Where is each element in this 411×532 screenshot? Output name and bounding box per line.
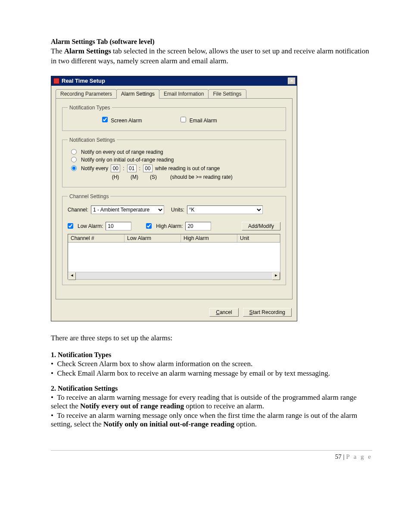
step1-bullet2-text: Check Email Alarm box to receive an alar… bbox=[57, 369, 330, 377]
radio-initial-reading-label: Notify only on initial out-of-range read… bbox=[81, 157, 174, 163]
checkbox-screen-alarm-label[interactable]: Screen Alarm bbox=[102, 117, 142, 124]
app-icon bbox=[53, 78, 59, 84]
interval-seconds-input[interactable] bbox=[143, 165, 153, 172]
start-rest: tart Recording bbox=[253, 309, 285, 315]
step2-bullet2: • To receive an alarm warning message on… bbox=[51, 411, 372, 429]
page-word: P a g e bbox=[346, 453, 372, 460]
step1-bullet1-text: Check Screen Alarm box to show alarm inf… bbox=[57, 360, 252, 368]
close-icon[interactable]: × bbox=[288, 78, 296, 84]
radio-initial-reading[interactable] bbox=[71, 157, 77, 162]
group-notification-types: Notification Types Screen Alarm Email Al… bbox=[62, 105, 286, 131]
page-number-value: 57 bbox=[335, 453, 342, 460]
checkbox-email-alarm-label[interactable]: Email Alarm bbox=[181, 117, 217, 124]
step1-bullet1: • Check Screen Alarm box to show alarm i… bbox=[51, 360, 372, 368]
low-alarm-label: Low Alarm: bbox=[78, 223, 103, 229]
intro-paragraph: The Alarm Settings tab selected in the s… bbox=[51, 47, 372, 66]
checkbox-low-alarm[interactable] bbox=[68, 223, 73, 229]
cancel-mnemonic: C bbox=[216, 309, 220, 315]
page-sep: | bbox=[342, 453, 346, 460]
step1-heading: 1. Notification Types bbox=[51, 351, 372, 359]
label-m: (M) bbox=[128, 174, 141, 180]
scroll-right-icon[interactable]: ► bbox=[272, 272, 280, 280]
radio-every-reading[interactable] bbox=[71, 149, 77, 155]
alarm-table: Channel # Low Alarm High Alarm Unit ◄ ► bbox=[68, 234, 280, 280]
checkbox-screen-alarm[interactable] bbox=[102, 117, 108, 122]
high-alarm-label: High Alarm: bbox=[156, 223, 183, 229]
channel-label: Channel: bbox=[68, 207, 88, 213]
s2p1b: Notify every out of range reading bbox=[80, 402, 184, 410]
start-mnemonic: S bbox=[249, 309, 253, 315]
legend-channel-settings: Channel Settings bbox=[68, 193, 110, 199]
tab-file-settings[interactable]: File Settings bbox=[208, 89, 246, 99]
col-high-alarm[interactable]: High Alarm bbox=[181, 234, 237, 242]
radio-interval-pre: Notify every bbox=[81, 165, 108, 171]
tab-strip: Recording Parameters Alarm Settings Emai… bbox=[56, 89, 293, 99]
page-number: 57 | P a g e bbox=[51, 453, 372, 460]
step2-bullet1: • To receive an alarm warning message fo… bbox=[51, 393, 372, 411]
alarm-table-header: Channel # Low Alarm High Alarm Unit bbox=[68, 234, 280, 243]
step2-heading: 2. Notification Settings bbox=[51, 385, 372, 392]
s2p2c: option. bbox=[234, 420, 257, 428]
low-alarm-input[interactable] bbox=[106, 222, 131, 230]
step1-bullet2: • Check Email Alarm box to receive an al… bbox=[51, 369, 372, 378]
legend-notification-settings: Notification Settings bbox=[68, 137, 117, 143]
interval-minutes-input[interactable] bbox=[127, 165, 137, 172]
scroll-left-icon[interactable]: ◄ bbox=[68, 272, 76, 280]
tab-email-information[interactable]: Email Information bbox=[159, 89, 209, 99]
channel-select[interactable]: 1 - Ambient Temperature bbox=[91, 205, 164, 214]
start-recording-button[interactable]: Start Recording bbox=[243, 308, 292, 317]
intro-bold: Alarm Settings bbox=[64, 47, 111, 55]
s2p2b: Notify only on initial out-of-range read… bbox=[103, 420, 234, 428]
radio-interval-post: while reading is out of range bbox=[155, 165, 220, 171]
add-modify-button[interactable]: Add/Modify bbox=[242, 222, 280, 230]
interval-hours-input[interactable] bbox=[111, 165, 120, 172]
label-s: (S) bbox=[147, 174, 160, 180]
units-select[interactable]: °K bbox=[187, 205, 263, 214]
group-notification-settings: Notification Settings Notify on every ou… bbox=[62, 137, 286, 187]
footer-divider bbox=[51, 450, 372, 451]
label-h: (H) bbox=[109, 174, 122, 180]
col-low-alarm[interactable]: Low Alarm bbox=[125, 234, 181, 242]
legend-notification-types: Notification Types bbox=[68, 105, 112, 111]
cancel-rest: ancel bbox=[220, 309, 232, 315]
tab-recording-parameters[interactable]: Recording Parameters bbox=[56, 89, 117, 99]
email-alarm-text: Email Alarm bbox=[190, 118, 217, 124]
tab-alarm-settings[interactable]: Alarm Settings bbox=[116, 89, 159, 99]
dialog-title: Real Time Setup bbox=[62, 78, 288, 84]
alarm-table-body bbox=[68, 243, 280, 269]
radio-every-reading-label: Notify on every out of range reading bbox=[81, 149, 163, 155]
intro-text-1: The bbox=[51, 47, 64, 55]
s2p1c: option to receive an alarm. bbox=[184, 402, 264, 410]
high-alarm-input[interactable] bbox=[185, 222, 211, 230]
dialog-real-time-setup: Real Time Setup × Recording Parameters A… bbox=[51, 76, 297, 321]
dialog-titlebar: Real Time Setup × bbox=[51, 76, 297, 86]
checkbox-high-alarm[interactable] bbox=[146, 223, 152, 229]
screen-alarm-text: Screen Alarm bbox=[111, 118, 142, 124]
interval-hint: (should be >= reading rate) bbox=[170, 174, 233, 180]
radio-interval[interactable] bbox=[71, 165, 77, 171]
horizontal-scrollbar[interactable]: ◄ ► bbox=[68, 272, 280, 279]
cancel-button[interactable]: Cancel bbox=[209, 308, 238, 317]
group-channel-settings: Channel Settings Channel: 1 - Ambient Te… bbox=[62, 193, 286, 285]
units-label: Units: bbox=[171, 207, 184, 213]
after-dialog-text: There are three steps to set up the alar… bbox=[51, 333, 372, 343]
col-unit[interactable]: Unit bbox=[237, 234, 280, 242]
checkbox-email-alarm[interactable] bbox=[181, 117, 186, 122]
col-channel-number[interactable]: Channel # bbox=[68, 234, 125, 242]
section-heading: Alarm Settings Tab (software level) bbox=[51, 38, 372, 46]
